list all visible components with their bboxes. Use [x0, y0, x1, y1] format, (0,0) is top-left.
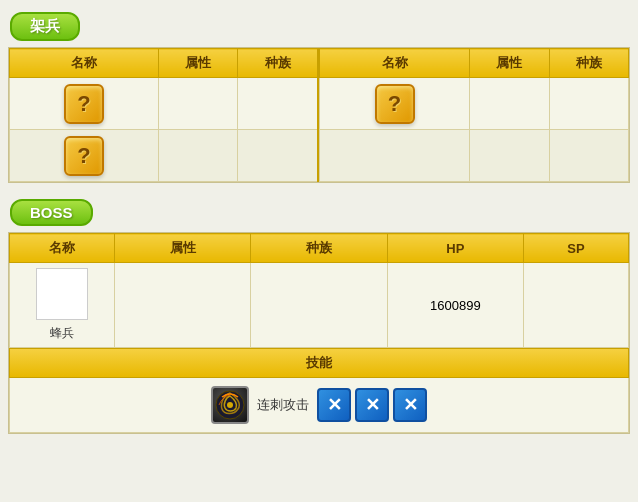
boss-section-label: BOSS	[10, 199, 93, 226]
table-row: ?	[320, 78, 629, 130]
skill-bar: 技能	[9, 348, 629, 378]
archer-right-row1-race	[549, 78, 628, 130]
skill-remove-button-1[interactable]	[317, 388, 351, 422]
table-row: ?	[10, 78, 319, 130]
archer-right-row1-name: ?	[320, 78, 470, 130]
boss-row1-race	[251, 263, 387, 348]
boss-name-label: 蜂兵	[15, 325, 109, 342]
archer-left-row2-name: ?	[10, 130, 159, 182]
archer-right-row2-name	[320, 130, 470, 182]
question-mark-icon: ?	[375, 84, 415, 124]
boss-row1-name: 蜂兵	[10, 263, 115, 348]
archer-right-row2-race	[549, 130, 628, 182]
archer-left-row2-attr	[159, 130, 238, 182]
skill-remove-button-3[interactable]	[393, 388, 427, 422]
archer-left-row2-race	[238, 130, 318, 182]
archer-right-col-name: 名称	[320, 49, 470, 78]
archer-right-col-attr: 属性	[470, 49, 549, 78]
table-row	[320, 130, 629, 182]
question-mark-icon: ?	[64, 84, 104, 124]
skill-icon	[211, 386, 249, 424]
skill-svg	[214, 389, 246, 421]
boss-col-attr: 属性	[114, 234, 250, 263]
boss-col-name: 名称	[10, 234, 115, 263]
question-mark-icon: ?	[64, 136, 104, 176]
archer-right-table: 名称 属性 种族 ?	[319, 48, 629, 182]
skill-row: 连刺攻击	[9, 378, 629, 433]
archer-right-row1-attr	[470, 78, 549, 130]
archer-section-label: 架兵	[10, 12, 80, 41]
archer-left-col-attr: 属性	[159, 49, 238, 78]
boss-col-sp: SP	[524, 234, 629, 263]
boss-image	[36, 268, 88, 320]
skill-name-label: 连刺攻击	[257, 396, 309, 414]
archer-right-col-race: 种族	[549, 49, 628, 78]
archer-left-col-name: 名称	[10, 49, 159, 78]
archer-left-col-race: 种族	[238, 49, 318, 78]
table-row: ?	[10, 130, 319, 182]
archer-left-row1-race	[238, 78, 318, 130]
archer-left-row1-name: ?	[10, 78, 159, 130]
boss-col-race: 种族	[251, 234, 387, 263]
skill-bar-label: 技能	[306, 355, 332, 370]
boss-table: 名称 属性 种族 HP SP 蜂兵 1600899	[9, 233, 629, 348]
boss-row1-attr	[114, 263, 250, 348]
archer-left-row1-attr	[159, 78, 238, 130]
table-row: 蜂兵 1600899	[10, 263, 629, 348]
skill-remove-button-2[interactable]	[355, 388, 389, 422]
archer-dual-table: 名称 属性 种族 ? ?	[8, 47, 630, 183]
boss-row1-hp: 1600899	[387, 263, 523, 348]
archer-right-row2-attr	[470, 130, 549, 182]
archer-left-table: 名称 属性 种族 ? ?	[9, 48, 319, 182]
svg-point-1	[227, 402, 233, 408]
boss-col-hp: HP	[387, 234, 523, 263]
boss-table-container: 名称 属性 种族 HP SP 蜂兵 1600899 技能	[8, 232, 630, 434]
archer-table-container: 名称 属性 种族 ? ?	[8, 47, 630, 183]
boss-row1-sp	[524, 263, 629, 348]
